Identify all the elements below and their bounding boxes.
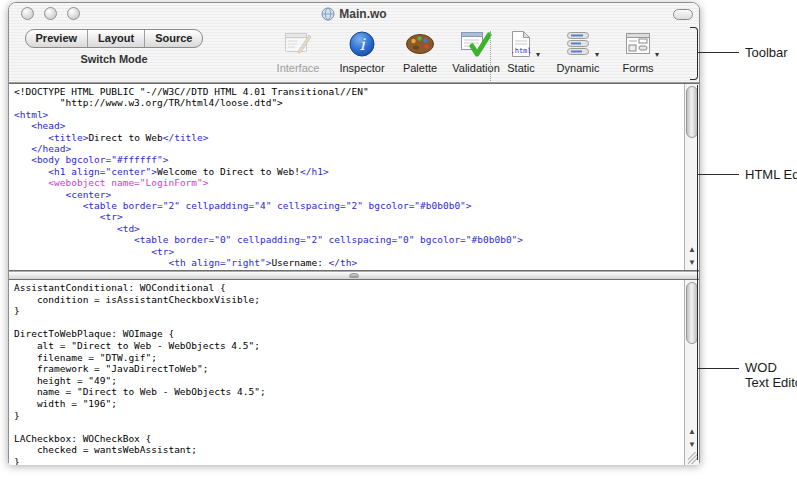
toolbar-item-label: Dynamic: [557, 62, 600, 74]
layout-button[interactable]: Layout: [88, 30, 145, 47]
info-circle-icon: i: [348, 27, 376, 61]
form-window-icon: ▾: [623, 27, 653, 61]
screenshot-canvas: Main.wo Preview Layout Source Switch Mod…: [0, 0, 797, 479]
splitter-grip-icon[interactable]: [349, 273, 359, 278]
toolbar-toggle-button[interactable]: [673, 9, 693, 20]
dropdown-arrow-icon: ▾: [655, 51, 659, 59]
main-window: Main.wo Preview Layout Source Switch Mod…: [8, 2, 700, 464]
switch-mode-control: Preview Layout Source: [25, 29, 204, 48]
toolbar-item-label: Static: [507, 62, 535, 74]
window-controls: [21, 7, 80, 20]
editors-annotation-line: [697, 85, 698, 460]
wod-editor-pane[interactable]: AssistantConditional: WOConditional { co…: [9, 279, 699, 465]
element-palette-group: .html ▾ Static: [495, 27, 667, 74]
html-document-icon: .html ▾: [508, 27, 534, 61]
document-icon: [321, 7, 335, 21]
svg-text:.html: .html: [510, 47, 531, 55]
switch-mode-group: Preview Layout Source Switch Mode: [24, 28, 204, 65]
toolbar-item-palette[interactable]: Palette: [395, 27, 445, 74]
dropdown-arrow-icon: ▾: [536, 51, 540, 59]
inspector-tool-group: Interface i Inspector: [267, 27, 507, 74]
html-editor-annotation-line: [698, 174, 739, 175]
window-header: Main.wo Preview Layout Source Switch Mod…: [9, 3, 699, 83]
wod-source-code[interactable]: AssistantConditional: WOConditional { co…: [9, 280, 684, 465]
interface-window-pencil-icon: [283, 27, 313, 61]
html-editor-annotation-label: HTML Editor: [745, 167, 797, 182]
toolbar-item-label: Forms: [622, 62, 653, 74]
html-source-code[interactable]: <!DOCTYPE HTML PUBLIC "-//W3C//DTD HTML …: [9, 84, 684, 270]
minimize-button[interactable]: [44, 7, 57, 20]
toolbar-item-label: Validation: [452, 62, 500, 74]
toolbar-item-label: Palette: [403, 62, 437, 74]
toolbar-item-label: Inspector: [339, 62, 384, 74]
zoom-button[interactable]: [67, 7, 80, 20]
switch-mode-label: Switch Mode: [24, 53, 204, 65]
wod-editor-annotation-label: WOD Text Editor: [745, 360, 797, 390]
toolbar-item-static[interactable]: .html ▾ Static: [495, 27, 547, 74]
preview-button[interactable]: Preview: [26, 30, 89, 47]
toolbar-annotation-label: Toolbar: [745, 45, 788, 60]
wod-editor-annotation-line: [698, 368, 739, 369]
dropdown-arrow-icon: ▾: [595, 51, 599, 59]
window-title: Main.wo: [339, 7, 386, 21]
toolbar-item-label: Interface: [277, 62, 320, 74]
validation-checkmark-icon: [460, 27, 492, 61]
dynamic-elements-icon: ▾: [563, 27, 593, 61]
pane-splitter[interactable]: [9, 271, 699, 279]
toolbar-item-dynamic[interactable]: ▾ Dynamic: [547, 27, 609, 74]
wod-annotation-line1: WOD: [745, 360, 797, 375]
toolbar: Preview Layout Source Switch Mode: [9, 25, 699, 83]
toolbar-item-interface[interactable]: Interface: [267, 27, 329, 74]
toolbar-annotation-line: [698, 52, 739, 53]
title-group: Main.wo: [321, 7, 386, 21]
html-editor-pane[interactable]: <!DOCTYPE HTML PUBLIC "-//W3C//DTD HTML …: [9, 83, 699, 271]
source-button[interactable]: Source: [145, 30, 202, 47]
toolbar-item-inspector[interactable]: i Inspector: [329, 27, 395, 74]
toolbar-item-forms[interactable]: ▾ Forms: [609, 27, 667, 74]
toolbar-annotation-bracket: [690, 27, 698, 80]
wod-annotation-line2: Text Editor: [745, 375, 797, 390]
close-button[interactable]: [21, 7, 34, 20]
title-bar[interactable]: Main.wo: [9, 3, 699, 25]
paint-palette-icon: [405, 27, 435, 61]
